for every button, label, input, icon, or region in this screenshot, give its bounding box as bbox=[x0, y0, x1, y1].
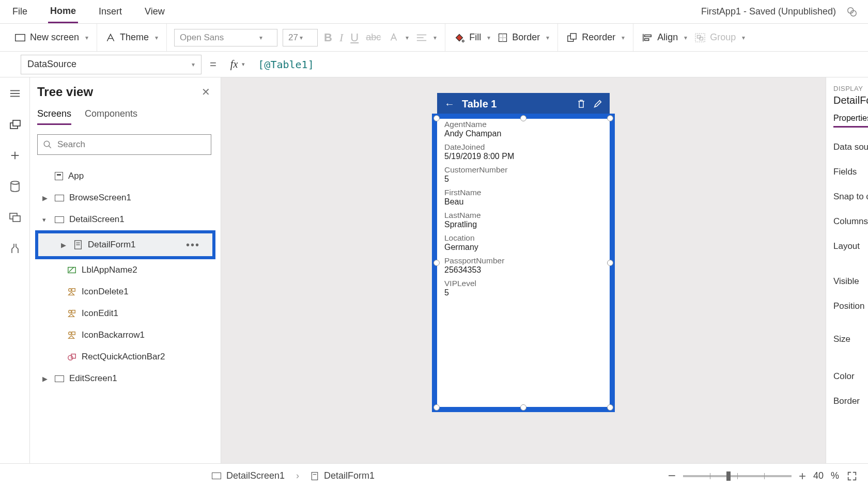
tree-item-icon-edit[interactable]: IconEdit1 bbox=[37, 303, 221, 324]
breadcrumb-detail-form[interactable]: DetailForm1 bbox=[311, 470, 375, 481]
fill-button[interactable]: Fill ▾ bbox=[453, 30, 491, 45]
font-size-select[interactable]: 27 ▾ bbox=[283, 29, 318, 46]
field-value: Andy Champan bbox=[444, 129, 602, 138]
tree-item-app[interactable]: App bbox=[37, 165, 221, 187]
zoom-slider[interactable] bbox=[683, 475, 792, 477]
prop-fields[interactable]: Fields bbox=[833, 167, 868, 177]
data-card[interactable]: AgentNameAndy Champan bbox=[444, 120, 602, 138]
main-area: Tree view ✕ Screens Components App ▶ Bro… bbox=[0, 77, 868, 463]
tree-view-icon[interactable] bbox=[8, 118, 22, 131]
prop-position[interactable]: Position bbox=[833, 301, 868, 311]
data-card[interactable]: FirstNameBeau bbox=[444, 188, 602, 207]
detail-form-body[interactable]: AgentNameAndy Champan DateJoined5/19/201… bbox=[437, 115, 610, 307]
field-label: AgentName bbox=[444, 120, 602, 129]
prop-color[interactable]: Color bbox=[833, 371, 868, 382]
menu-view[interactable]: View bbox=[143, 1, 167, 22]
font-family-value: Open Sans bbox=[180, 33, 224, 43]
tree-item-detail-screen[interactable]: ▾ DetailScreen1 bbox=[37, 209, 221, 230]
underline-button[interactable]: U bbox=[349, 29, 360, 46]
app-checker-icon[interactable] bbox=[846, 6, 858, 18]
strikethrough-button[interactable]: abc bbox=[365, 30, 382, 45]
data-card[interactable]: VIPLevel5 bbox=[444, 279, 602, 297]
resize-handle[interactable] bbox=[520, 404, 526, 411]
font-color-button[interactable]: ▾ bbox=[387, 30, 410, 45]
prop-visible[interactable]: Visible bbox=[833, 276, 868, 287]
prop-columns[interactable]: Columns bbox=[833, 216, 868, 227]
resize-handle[interactable] bbox=[607, 404, 613, 411]
font-family-select[interactable]: Open Sans ▾ bbox=[174, 29, 277, 46]
screen-icon bbox=[212, 473, 221, 479]
menu-home[interactable]: Home bbox=[48, 1, 78, 23]
more-options-icon[interactable]: ••• bbox=[186, 239, 200, 251]
svg-rect-34 bbox=[72, 289, 75, 291]
data-card[interactable]: CustomerNumber5 bbox=[444, 165, 602, 184]
tree-label: LblAppName2 bbox=[82, 265, 137, 275]
collapse-icon[interactable]: ▾ bbox=[42, 216, 50, 224]
svg-rect-38 bbox=[72, 332, 75, 335]
trash-icon[interactable] bbox=[577, 99, 586, 109]
media-icon[interactable] bbox=[8, 211, 22, 224]
text-align-button[interactable]: ▾ bbox=[415, 31, 438, 44]
italic-button[interactable]: I bbox=[338, 29, 344, 46]
close-icon[interactable]: ✕ bbox=[202, 86, 210, 98]
menu-insert[interactable]: Insert bbox=[97, 1, 124, 22]
align-button[interactable]: Align ▾ bbox=[641, 30, 688, 45]
screen-icon bbox=[55, 216, 64, 223]
new-screen-button[interactable]: New screen ▾ bbox=[13, 30, 89, 45]
formula-input[interactable]: [@Table1] bbox=[258, 58, 314, 71]
property-selector[interactable]: DataSource ▾ bbox=[21, 55, 202, 74]
expand-icon[interactable]: ▶ bbox=[61, 241, 68, 249]
tree-item-icon-backarrow[interactable]: IconBackarrow1 bbox=[37, 324, 221, 346]
advanced-tools-icon[interactable] bbox=[8, 242, 22, 255]
prop-border[interactable]: Border bbox=[833, 396, 868, 406]
prop-snap-to-columns[interactable]: Snap to col bbox=[833, 192, 868, 202]
phone-preview[interactable]: ← Table 1 AgentNameAndy Champan DateJoin… bbox=[437, 93, 610, 407]
prop-size[interactable]: Size bbox=[833, 334, 868, 344]
tree-item-detail-form[interactable]: ▶ DetailForm1 ••• bbox=[35, 230, 215, 259]
prop-data-source[interactable]: Data source bbox=[833, 142, 868, 152]
expand-icon[interactable]: ▶ bbox=[42, 194, 50, 202]
edit-icon[interactable] bbox=[593, 99, 602, 108]
canvas[interactable]: ← Table 1 AgentNameAndy Champan DateJoin… bbox=[221, 77, 826, 463]
menu-file[interactable]: File bbox=[10, 1, 29, 22]
app-icon bbox=[55, 172, 63, 180]
tree-view-panel: Tree view ✕ Screens Components App ▶ Bro… bbox=[30, 77, 221, 463]
prop-layout[interactable]: Layout bbox=[833, 241, 868, 251]
data-card[interactable]: LocationGermany bbox=[444, 233, 602, 252]
zoom-thumb[interactable] bbox=[726, 471, 731, 481]
fx-button[interactable]: fx ▾ bbox=[225, 56, 251, 73]
back-icon[interactable]: ← bbox=[444, 98, 455, 110]
tab-screens[interactable]: Screens bbox=[37, 108, 71, 125]
search-input[interactable] bbox=[37, 134, 211, 155]
tree-item-rect-quick[interactable]: RectQuickActionBar2 bbox=[37, 346, 221, 368]
insert-icon[interactable] bbox=[8, 149, 22, 162]
tab-properties[interactable]: Properties bbox=[833, 114, 868, 128]
tree-item-browse-screen[interactable]: ▶ BrowseScreen1 bbox=[37, 187, 221, 209]
zoom-value: 40 bbox=[813, 470, 824, 481]
expand-icon[interactable]: ▶ bbox=[42, 375, 50, 383]
bold-button[interactable]: B bbox=[323, 29, 333, 46]
phone-header: ← Table 1 bbox=[437, 93, 610, 115]
tree-label: RectQuickActionBar2 bbox=[82, 352, 165, 362]
resize-handle[interactable] bbox=[433, 404, 440, 411]
tree-item-edit-screen[interactable]: ▶ EditScreen1 bbox=[37, 368, 221, 389]
zoom-out-button[interactable]: − bbox=[668, 468, 676, 484]
fit-to-window-icon[interactable] bbox=[846, 470, 858, 482]
data-card[interactable]: PassportNumber25634353 bbox=[444, 256, 602, 275]
zoom-in-button[interactable]: + bbox=[799, 469, 806, 483]
tree-item-icon-delete[interactable]: IconDelete1 bbox=[37, 281, 221, 303]
group-button[interactable]: Group ▾ bbox=[693, 30, 746, 45]
tab-components[interactable]: Components bbox=[85, 108, 137, 125]
tree-label: IconDelete1 bbox=[82, 287, 129, 297]
reorder-button[interactable]: Reorder ▾ bbox=[565, 30, 626, 45]
border-button[interactable]: Border ▾ bbox=[497, 30, 550, 45]
tree-item-lbl-app-name[interactable]: LblAppName2 bbox=[37, 259, 221, 281]
screen-icon bbox=[55, 375, 64, 382]
data-card[interactable]: LastNameSpratling bbox=[444, 211, 602, 229]
hamburger-icon[interactable] bbox=[8, 87, 22, 100]
data-card[interactable]: DateJoined5/19/2019 8:00 PM bbox=[444, 143, 602, 161]
search-field[interactable] bbox=[57, 139, 206, 150]
theme-button[interactable]: Theme ▾ bbox=[104, 30, 159, 45]
breadcrumb-detail-screen[interactable]: DetailScreen1 bbox=[212, 470, 285, 481]
data-icon[interactable] bbox=[8, 180, 22, 193]
